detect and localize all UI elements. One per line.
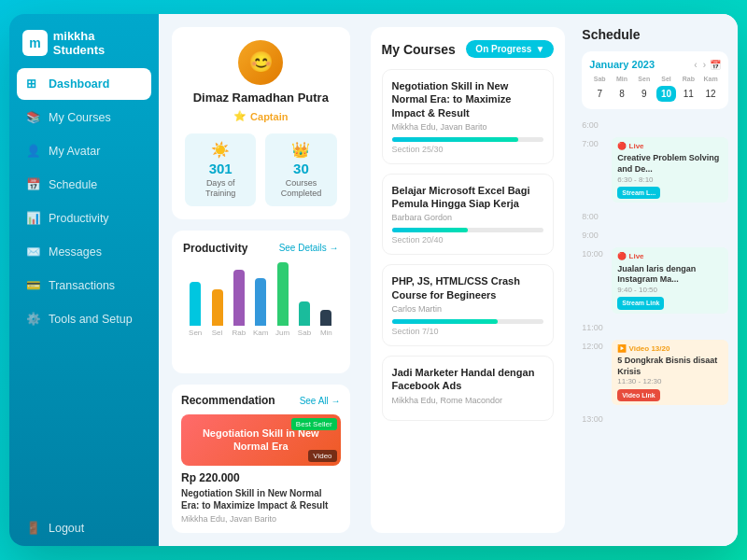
next-month-button[interactable]: › — [701, 60, 708, 70]
time-slot-900: 9:00 — [582, 229, 728, 240]
sidebar-item-my-courses[interactable]: 📚 My Courses — [17, 102, 151, 133]
progress-bar-1 — [392, 137, 518, 142]
productivity-card: Productivity See Details → SenSelRabKamJ… — [172, 231, 350, 373]
time-600: 6:00 — [582, 119, 606, 130]
course-card-1[interactable]: Negotiation Skill in New Normal Era: to … — [382, 69, 555, 164]
stat-courses-completed: 👑 30 Courses Completed — [265, 133, 336, 206]
tools-icon: ⚙️ — [26, 312, 41, 327]
bar-label-rab: Rab — [233, 329, 247, 337]
schedule-title: Schedule — [582, 27, 728, 42]
bar-sab — [299, 301, 310, 326]
schedule-icon: 📅 — [26, 177, 41, 192]
cal-day-label-0: Sab — [589, 76, 610, 82]
event-title-jualan: Jualan laris dengan Instagram Ma... — [617, 264, 723, 286]
productivity-chart: SenSelRabKamJumSabMin — [183, 262, 339, 337]
sidebar-logo: m mikkha Students — [9, 14, 159, 68]
calendar-nav: ‹ › 📅 — [692, 60, 721, 70]
transactions-icon: 💳 — [26, 278, 41, 293]
recommendation-card: Recommendation See All → Negotiation Ski… — [172, 385, 350, 533]
time-1100: 11:00 — [582, 321, 606, 332]
event-jualan[interactable]: 🔴 Live Jualan laris dengan Instagram Ma.… — [612, 247, 728, 313]
course-card-4[interactable]: Jadi Marketer Handal dengan Facebook Ads… — [382, 356, 555, 421]
live-badge-1: 🔴 Live — [617, 142, 643, 151]
cal-day-10[interactable]: 10 — [656, 86, 677, 102]
sidebar-item-transactions[interactable]: 💳 Transactions — [17, 270, 151, 301]
cal-day-label-2: Sen — [634, 76, 655, 82]
sidebar-label-dashboard: Dashboard — [49, 77, 109, 91]
productivity-icon: 📊 — [26, 211, 41, 226]
cal-day-label-5: Kam — [700, 76, 721, 82]
calendar-header: January 2023 ‹ › 📅 — [589, 59, 721, 70]
sidebar-item-schedule[interactable]: 📅 Schedule — [17, 169, 151, 201]
progress-label-3: Section 7/10 — [392, 327, 544, 336]
bar-col-rab: Rab — [231, 270, 247, 337]
logout-button[interactable]: 🚪 Logout — [9, 510, 159, 546]
bar-label-sen: Sen — [189, 329, 202, 337]
my-courses-title: My Courses — [382, 42, 456, 57]
recommendation-header: Recommendation See All → — [181, 394, 341, 407]
sidebar-item-productivity[interactable]: 📊 Productivity — [17, 203, 151, 234]
video-link-1[interactable]: Video Link — [617, 389, 659, 401]
time-slot-600: 6:00 — [582, 119, 728, 130]
course-title-2: Belajar Microsoft Excel Bagi Pemula Hing… — [392, 184, 544, 211]
bar-label-kam: Kam — [253, 329, 268, 337]
time-slot-700: 7:00 🔴 Live Creative Problem Solving and… — [582, 137, 728, 203]
sidebar-label-my-courses: My Courses — [49, 111, 111, 124]
bar-col-kam: Kam — [252, 278, 269, 337]
cal-day-8[interactable]: 8 — [612, 86, 632, 102]
live-badge-2: 🔴 Live — [617, 252, 643, 261]
middle-panel: My Courses On Progress ▼ Negotiation Ski… — [371, 27, 566, 533]
profile-card: 😊 Dimaz Ramadhan Putra ⭐ Captain ☀️ 301 … — [172, 27, 350, 219]
time-900: 9:00 — [582, 229, 606, 240]
event-dongkrak[interactable]: ▶️ Video 13/20 5 Dongkrak Bisnis disaat … — [612, 340, 728, 405]
schedule-timeline: 6:00 7:00 🔴 Live Creative Problem Solvin… — [582, 119, 728, 533]
progress-bar-2 — [392, 228, 468, 232]
bar-label-sab: Sab — [298, 329, 311, 337]
cal-day-7[interactable]: 7 — [589, 86, 610, 102]
see-details-link[interactable]: See Details → — [279, 243, 339, 253]
sidebar-item-my-avatar[interactable]: 👤 My Avatar — [17, 135, 151, 167]
bar-sel — [212, 289, 223, 325]
productivity-header: Productivity See Details → — [183, 242, 339, 255]
filter-button[interactable]: On Progress ▼ — [466, 40, 554, 58]
see-all-link[interactable]: See All → — [300, 396, 341, 406]
course-card-2[interactable]: Belajar Microsoft Excel Bagi Pemula Hing… — [382, 174, 555, 256]
stream-link-1[interactable]: Stream L... — [617, 187, 660, 199]
logo-icon: m — [22, 30, 48, 56]
sidebar-item-messages[interactable]: ✉️ Messages — [17, 236, 151, 268]
rec-best-seller-badge: Best Seller — [291, 418, 337, 430]
profile-badge: ⭐ Captain — [233, 110, 288, 122]
rec-author: Mikkha Edu, Javan Barito — [181, 514, 341, 524]
sidebar: m mikkha Students ⊞ Dashboard 📚 My Cours… — [9, 14, 159, 546]
bar-label-min: Min — [320, 329, 332, 337]
time-slot-1300: 13:00 — [582, 413, 728, 424]
right-panel: Schedule January 2023 ‹ › 📅 Sab Min Sen … — [572, 14, 738, 546]
bar-col-jum: Jum — [274, 262, 290, 337]
time-slot-1000: 10:00 🔴 Live Jualan laris dengan Instagr… — [582, 247, 728, 313]
cal-day-11[interactable]: 11 — [678, 86, 698, 102]
course-card-3[interactable]: PHP, JS, HTML/CSS Crash Course for Begin… — [382, 264, 555, 346]
time-800: 8:00 — [582, 210, 606, 221]
stream-link-2[interactable]: Stream Link — [617, 297, 664, 309]
sidebar-item-dashboard[interactable]: ⊞ Dashboard — [17, 68, 151, 100]
cal-day-9[interactable]: 9 — [634, 86, 655, 102]
calendar-icon[interactable]: 📅 — [710, 60, 721, 70]
sidebar-label-messages: Messages — [49, 245, 102, 259]
sidebar-nav: ⊞ Dashboard 📚 My Courses 👤 My Avatar 📅 S… — [9, 68, 159, 510]
cal-day-12[interactable]: 12 — [700, 86, 721, 102]
bar-label-sel: Sel — [212, 329, 223, 337]
bar-col-min: Min — [317, 310, 334, 337]
bar-jum — [277, 262, 289, 326]
main-content: 😊 Dimaz Ramadhan Putra ⭐ Captain ☀️ 301 … — [159, 14, 738, 546]
rec-type-badge: Video — [308, 450, 336, 462]
stat-courses-value: 30 — [293, 161, 309, 176]
bar-col-sel: Sel — [208, 289, 225, 336]
course-author-4: Mikkha Edu, Rome Macondor — [392, 396, 544, 405]
messages-icon: ✉️ — [26, 245, 41, 259]
sidebar-item-tools[interactable]: ⚙️ Tools and Setup — [17, 303, 151, 335]
progress-container-3 — [392, 319, 544, 324]
cal-day-label-3: Sel — [656, 76, 677, 82]
bar-min — [320, 310, 331, 326]
event-creative-problem[interactable]: 🔴 Live Creative Problem Solving and De..… — [612, 137, 728, 203]
prev-month-button[interactable]: ‹ — [692, 60, 698, 70]
